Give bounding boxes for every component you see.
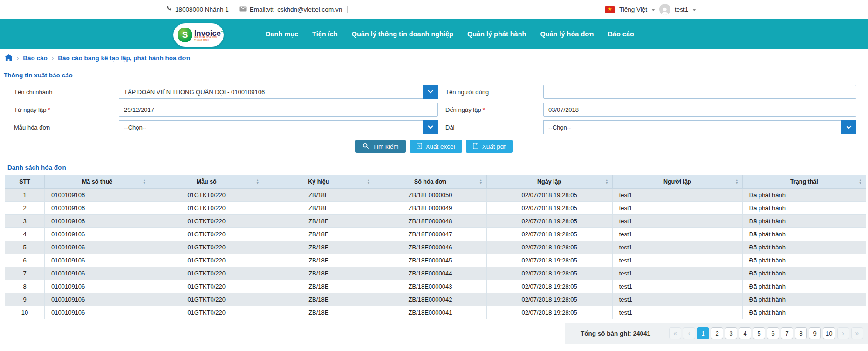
cell-mau-so: 01GTKT0/220 <box>150 254 263 267</box>
prev-page-button[interactable]: ‹ <box>683 327 695 339</box>
cell-ky-hieu: ZB/18E <box>263 267 374 280</box>
cell-so-hoa-don: ZB/18E0000047 <box>374 228 486 241</box>
cell-nguoi-lap: test1 <box>612 293 742 306</box>
nav-tien-ich[interactable]: Tiện ích <box>312 30 338 38</box>
export-excel-button[interactable]: x Xuất excel <box>410 140 462 153</box>
page-button-5[interactable]: 5 <box>753 327 765 339</box>
search-button[interactable]: Tìm kiếm <box>355 140 406 153</box>
table-row[interactable]: 4 0100109106 01GTKT0/220 ZB/18E ZB/18E00… <box>5 228 866 241</box>
user-area: ★ Tiếng Việt test1 <box>605 0 696 19</box>
chevron-down-icon[interactable] <box>692 9 696 11</box>
column-header-trang-thai[interactable]: Trạng thái▲▼ <box>742 175 866 189</box>
next-page-button[interactable]: › <box>837 327 849 339</box>
page-button-9[interactable]: 9 <box>809 327 821 339</box>
sort-icon[interactable]: ▲▼ <box>479 179 483 185</box>
support-email: Email:vtt_cskhdn@viettel.com.vn <box>239 6 342 13</box>
table-row[interactable]: 8 0100109106 01GTKT0/220 ZB/18E ZB/18E00… <box>5 280 866 293</box>
cell-ngay-lap: 02/07/2018 19:28:05 <box>486 293 612 306</box>
nav-quan-ly-phat-hanh[interactable]: Quản lý phát hành <box>467 30 526 38</box>
username-label[interactable]: test1 <box>675 6 688 13</box>
column-header-stt: STT <box>5 175 45 189</box>
column-header-ma-so-thue[interactable]: Mã số thuế▲▼ <box>45 175 150 189</box>
column-header-ngay-lap[interactable]: Ngày lập▲▼ <box>486 175 612 189</box>
table-row[interactable]: 5 0100109106 01GTKT0/220 ZB/18E ZB/18E00… <box>5 241 866 254</box>
divider <box>234 6 234 13</box>
cell-ky-hieu: ZB/18E <box>263 189 374 202</box>
cell-ky-hieu: ZB/18E <box>263 215 374 228</box>
nav-bao-cao[interactable]: Báo cáo <box>608 30 634 38</box>
table-row[interactable]: 1 0100109106 01GTKT0/220 ZB/18E ZB/18E00… <box>5 189 866 202</box>
cell-mau-so: 01GTKT0/220 <box>150 228 263 241</box>
cell-trang-thai: Đã phát hành <box>742 293 866 306</box>
hotline: 18008000 Nhánh 1 <box>166 6 229 14</box>
export-pdf-button[interactable]: Xuất pdf <box>466 140 513 153</box>
sort-icon[interactable]: ▲▼ <box>735 179 738 185</box>
cell-trang-thai: Đã phát hành <box>742 267 866 280</box>
page-button-6[interactable]: 6 <box>767 327 779 339</box>
page-button-7[interactable]: 7 <box>781 327 793 339</box>
page-button-8[interactable]: 8 <box>795 327 807 339</box>
user-input[interactable] <box>543 85 856 99</box>
cell-ngay-lap: 02/07/2018 19:28:05 <box>486 267 612 280</box>
cell-stt: 4 <box>5 228 45 241</box>
cell-ngay-lap: 02/07/2018 19:28:05 <box>486 189 612 202</box>
user-label: Tên người dùng <box>438 89 543 96</box>
cell-mau-so: 01GTKT0/220 <box>150 241 263 254</box>
column-header-nguoi-lap[interactable]: Người lập▲▼ <box>612 175 742 189</box>
cell-stt: 9 <box>5 293 45 306</box>
svg-text:x: x <box>418 144 420 148</box>
table-row[interactable]: 6 0100109106 01GTKT0/220 ZB/18E ZB/18E00… <box>5 254 866 267</box>
language-selector-label[interactable]: Tiếng Việt <box>619 6 647 13</box>
logo-mark: » <box>221 29 223 34</box>
page-button-2[interactable]: 2 <box>711 327 723 339</box>
excel-file-icon: x <box>417 143 422 151</box>
column-header-so-hoa-don[interactable]: Số hóa đơn▲▼ <box>374 175 486 189</box>
sort-icon[interactable]: ▲▼ <box>859 179 862 185</box>
column-header-mau-so[interactable]: Mẫu số▲▼ <box>150 175 263 189</box>
page-button-4[interactable]: 4 <box>739 327 751 339</box>
template-select[interactable]: --Chọn-- <box>119 120 438 134</box>
page-button-10[interactable]: 10 <box>823 327 835 339</box>
to-date-input[interactable] <box>543 103 856 117</box>
sort-icon[interactable]: ▲▼ <box>256 179 259 185</box>
cell-ky-hieu: ZB/18E <box>263 254 374 267</box>
first-page-button[interactable]: « <box>669 327 681 339</box>
table-row[interactable]: 7 0100109106 01GTKT0/220 ZB/18E ZB/18E00… <box>5 267 866 280</box>
nav-quan-ly-thong-tin-doanh-nghiep[interactable]: Quản lý thông tin doanh nghiệp <box>352 30 453 38</box>
chevron-down-icon[interactable] <box>423 85 438 99</box>
last-page-button[interactable]: » <box>851 327 863 339</box>
search-panel-title: Thông tin xuất báo cáo <box>0 72 868 79</box>
table-row[interactable]: 10 0100109106 01GTKT0/220 ZB/18E ZB/18E0… <box>5 306 866 319</box>
table-row[interactable]: 9 0100109106 01GTKT0/220 ZB/18E ZB/18E00… <box>5 293 866 306</box>
breadcrumb-bao-cao[interactable]: Báo cáo <box>23 55 48 62</box>
sort-icon[interactable]: ▲▼ <box>605 179 608 185</box>
range-select[interactable]: --Chọn-- <box>543 120 856 134</box>
home-icon[interactable] <box>5 54 13 62</box>
logo-text-block: Invoice» GIẢI PHÁP HÓA ĐƠN THÔNG MINH <box>194 28 224 42</box>
cell-trang-thai: Đã phát hành <box>742 202 866 215</box>
nav-quan-ly-hoa-don[interactable]: Quản lý hóa đơn <box>540 30 594 38</box>
page-button-3[interactable]: 3 <box>725 327 737 339</box>
cell-mau-so: 01GTKT0/220 <box>150 306 263 319</box>
sort-icon[interactable]: ▲▼ <box>367 179 370 185</box>
cell-ma-so-thue: 0100109106 <box>45 202 150 215</box>
cell-ma-so-thue: 0100109106 <box>45 189 150 202</box>
cell-trang-thai: Đã phát hành <box>742 254 866 267</box>
branch-select[interactable]: TẬP ĐOÀN VIỄN THÔNG QUÂN ĐỘI - 010010910… <box>119 85 438 99</box>
table-row[interactable]: 3 0100109106 01GTKT0/220 ZB/18E ZB/18E00… <box>5 215 866 228</box>
sinvoice-logo[interactable]: S Invoice» GIẢI PHÁP HÓA ĐƠN THÔNG MINH <box>173 23 224 47</box>
from-date-input[interactable] <box>119 103 438 117</box>
table-row[interactable]: 2 0100109106 01GTKT0/220 ZB/18E ZB/18E00… <box>5 202 866 215</box>
nav-danh-muc[interactable]: Danh mục <box>266 30 298 38</box>
cell-mau-so: 01GTKT0/220 <box>150 202 263 215</box>
cell-ngay-lap: 02/07/2018 19:28:05 <box>486 280 612 293</box>
cell-ngay-lap: 02/07/2018 19:28:05 <box>486 202 612 215</box>
sort-icon[interactable]: ▲▼ <box>143 179 146 185</box>
column-header-ky-hieu[interactable]: Ký hiệu▲▼ <box>263 175 374 189</box>
chevron-down-icon[interactable] <box>841 120 856 134</box>
chevron-down-icon[interactable] <box>651 9 655 11</box>
page-button-1[interactable]: 1 <box>697 327 709 339</box>
chevron-down-icon[interactable] <box>423 120 438 134</box>
cell-nguoi-lap: test1 <box>612 254 742 267</box>
cell-ngay-lap: 02/07/2018 19:28:05 <box>486 228 612 241</box>
